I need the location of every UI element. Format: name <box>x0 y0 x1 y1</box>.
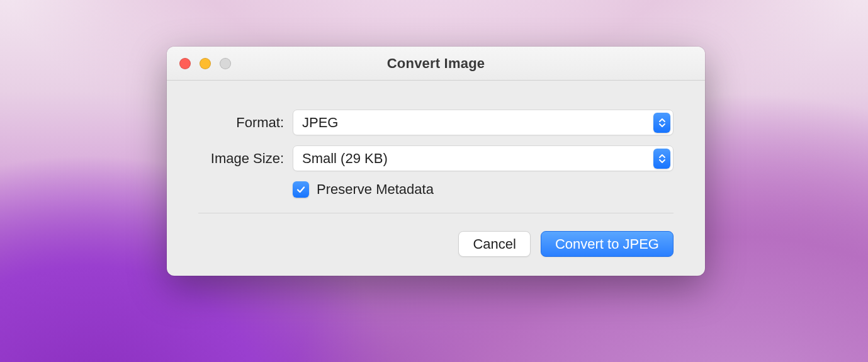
checkmark-icon <box>296 184 306 195</box>
dialog-title: Convert Image <box>167 55 705 72</box>
image-size-row: Image Size: Small (29 KB) <box>198 145 674 171</box>
divider <box>198 213 674 213</box>
close-window-button[interactable] <box>179 58 191 69</box>
dialog-content: Format: JPEG Image Size: Small (29 KB) <box>167 81 705 276</box>
zoom-window-button[interactable] <box>220 58 231 69</box>
format-row: Format: JPEG <box>198 110 674 135</box>
cancel-button-label: Cancel <box>473 236 516 252</box>
window-controls <box>179 58 231 69</box>
preserve-metadata-label: Preserve Metadata <box>317 181 434 198</box>
preserve-metadata-row: Preserve Metadata <box>293 181 674 198</box>
convert-button[interactable]: Convert to JPEG <box>541 231 674 257</box>
image-size-select[interactable]: Small (29 KB) <box>293 145 674 171</box>
preserve-metadata-checkbox[interactable] <box>293 181 309 198</box>
image-size-label: Image Size: <box>198 150 293 167</box>
format-label: Format: <box>198 115 293 131</box>
convert-image-dialog: Convert Image Format: JPEG Image Size: S… <box>167 47 705 276</box>
cancel-button[interactable]: Cancel <box>458 231 530 257</box>
format-select[interactable]: JPEG <box>293 110 674 135</box>
format-value: JPEG <box>302 115 338 131</box>
minimize-window-button[interactable] <box>200 58 211 69</box>
updown-chevron-icon <box>653 113 670 133</box>
updown-chevron-icon <box>653 149 670 169</box>
titlebar: Convert Image <box>167 47 705 81</box>
button-row: Cancel Convert to JPEG <box>198 231 674 257</box>
image-size-value: Small (29 KB) <box>302 150 388 167</box>
convert-button-label: Convert to JPEG <box>555 236 659 252</box>
